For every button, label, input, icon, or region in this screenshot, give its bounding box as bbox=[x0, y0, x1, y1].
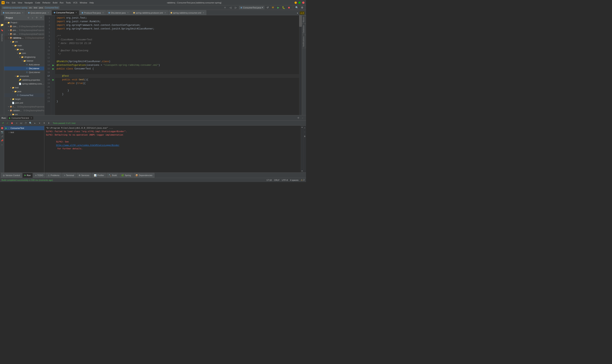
forward-button[interactable]: ▷ bbox=[234, 6, 238, 10]
menu-build[interactable]: Build bbox=[53, 1, 57, 4]
services-tab[interactable]: ⚙ Services bbox=[77, 173, 92, 178]
menu-help[interactable]: Help bbox=[90, 1, 94, 4]
menu-run[interactable]: Run bbox=[60, 1, 64, 4]
tab-ack-listener[interactable]: AckListener.java ✕ bbox=[1, 10, 26, 15]
collapse-btn[interactable]: ⬇ bbox=[47, 121, 51, 125]
menu-window[interactable]: Window bbox=[80, 1, 87, 4]
tab-close-icon6[interactable]: ✕ bbox=[164, 12, 166, 14]
menu-tools[interactable]: Tools bbox=[66, 1, 71, 4]
menu-navigate[interactable]: Navigate bbox=[25, 1, 33, 4]
bookmark-btn[interactable]: ⬤ bbox=[0, 126, 4, 130]
prev-fail-btn[interactable]: ▸ bbox=[33, 121, 37, 125]
run-tab-close[interactable]: ✕ bbox=[31, 117, 32, 119]
sort-time-btn[interactable]: ⏱ bbox=[24, 121, 28, 125]
line-endings[interactable]: CRLF bbox=[274, 179, 279, 181]
notifications-tab[interactable]: Notifications bbox=[302, 35, 306, 48]
sidebar-close-button[interactable]: ✕ bbox=[39, 16, 43, 20]
tree-rmq-producer[interactable]: 📦 rabbitmq-producer D:\DingJiaxiong\Idea… bbox=[4, 105, 44, 109]
dependencies-tab[interactable]: 📦 Dependencies bbox=[133, 173, 154, 178]
gutter-18[interactable]: ▶ bbox=[51, 78, 55, 81]
gutter-14[interactable]: ▶ bbox=[51, 63, 55, 67]
find-btn[interactable]: 🔍 bbox=[28, 121, 32, 125]
tree-java-test[interactable]: 📂 java bbox=[4, 90, 44, 93]
git-button[interactable]: ⚙ bbox=[223, 6, 227, 10]
test-item-test[interactable]: ○ test bbox=[4, 130, 44, 134]
tree-project-root[interactable]: 📁 Project ▾ bbox=[4, 21, 44, 25]
maximize-button[interactable]: □ bbox=[298, 1, 301, 4]
menu-edit[interactable]: Edit bbox=[12, 1, 15, 4]
tree-producer-springboot[interactable]: 📦 producer-springboot D:\DingJiaxiong\Id… bbox=[4, 28, 44, 32]
clear-btn[interactable]: 🗑 bbox=[303, 134, 306, 138]
pin-btn[interactable]: 📌 bbox=[0, 139, 4, 143]
tree-props[interactable]: 🔑 rabbitmq.properties bbox=[4, 78, 44, 82]
tree-consumer-springboot[interactable]: 📦 consumer-springboot D:\DingJiaxiong\Id… bbox=[4, 25, 44, 28]
menu-vcs[interactable]: VCS bbox=[73, 1, 78, 4]
database-tab[interactable]: Database bbox=[302, 24, 306, 35]
filter-btn[interactable]: ≡ bbox=[14, 121, 19, 125]
tab-consumer-test[interactable]: ConsumerTest.java ✕ bbox=[52, 10, 79, 15]
tree-resources[interactable]: 📂 resources bbox=[4, 74, 44, 78]
build-button[interactable]: ⚒ bbox=[271, 6, 275, 10]
tree-test[interactable]: 📂 test bbox=[4, 86, 44, 90]
profiler-tab[interactable]: 📊 Profiler bbox=[92, 173, 106, 178]
tab-qos-listener[interactable]: QosListener.java ✕ bbox=[26, 10, 51, 15]
close-button[interactable]: ✕ bbox=[302, 1, 305, 4]
tree-com[interactable]: 📂 com bbox=[4, 51, 44, 55]
sidebar-locate-button[interactable]: ⊙ bbox=[27, 16, 30, 20]
tree-target[interactable]: 📁 target bbox=[4, 97, 44, 101]
gutter-15[interactable]: ▶ bbox=[51, 67, 55, 71]
tree-src[interactable]: 📂 src bbox=[4, 40, 44, 44]
menu-file[interactable]: File bbox=[6, 1, 10, 4]
run-tab-item[interactable]: ▶ ConsumerTest.test ✕ bbox=[8, 116, 33, 120]
tab-close-icon5[interactable]: ✕ bbox=[127, 12, 129, 14]
back-button[interactable]: ◁ bbox=[228, 6, 233, 10]
run-config-button[interactable]: ▶ bbox=[276, 6, 280, 10]
align-left-btn[interactable]: ≡ bbox=[303, 126, 306, 130]
tree-ack-listener[interactable]: © AckListener bbox=[4, 63, 44, 66]
tab-close-icon7[interactable]: ✕ bbox=[203, 12, 204, 14]
structure-label[interactable]: Structure bbox=[0, 33, 4, 42]
tree-rmq-consumer-spring[interactable]: 📦 rabbitmq-consumer-spring D:\DingJiaxio… bbox=[4, 36, 44, 40]
tab-close-icon[interactable]: ✕ bbox=[22, 12, 24, 14]
tab-close-icon2[interactable]: ✕ bbox=[48, 12, 49, 14]
tree-rabbitmq-consumer[interactable]: 📦 rabbitmq-consumer D:\DingJiaxiong\Idea… bbox=[4, 32, 44, 36]
charset-status[interactable]: UTF-8 bbox=[282, 179, 288, 181]
settings-run-btn[interactable]: ⚙ bbox=[296, 116, 300, 120]
search-everywhere[interactable]: 🔍 bbox=[294, 6, 299, 10]
version-control-tab[interactable]: ◎ Version Control bbox=[1, 173, 22, 178]
tabs-more-button[interactable]: ▾ bbox=[295, 11, 300, 15]
maven-tab[interactable]: Maven bbox=[302, 15, 306, 24]
time-status[interactable]: 17:10 bbox=[266, 179, 272, 181]
stop-run-btn[interactable]: ⏹ bbox=[10, 121, 14, 125]
rerun-btn[interactable]: ↺ bbox=[1, 121, 5, 125]
tree-dingjiaxiong[interactable]: 📂 dingjiaxiong bbox=[4, 55, 44, 59]
warning-indicator[interactable]: ⚠ 2 bbox=[300, 12, 305, 14]
camera-btn[interactable]: 📷 bbox=[0, 130, 4, 134]
tab-close-icon3[interactable]: ✕ bbox=[76, 12, 77, 13]
tree-consumer-xml-file[interactable]: 📄 spring-rabbitmq-consumer.xml bbox=[4, 82, 44, 86]
tab-dlx-listener[interactable]: DlxListener.java ✕ bbox=[106, 10, 131, 15]
console-link[interactable]: http://www.slf4j.org/codes.html#StaticLo… bbox=[56, 144, 119, 146]
build-status[interactable]: Build completed successfully in 930 ms (… bbox=[1, 179, 53, 181]
sidebar-settings-button[interactable]: ⚙ bbox=[35, 16, 39, 20]
menu-code[interactable]: Code bbox=[35, 1, 40, 4]
tree-src-ps[interactable]: 📂 src bbox=[4, 112, 44, 115]
debug-button[interactable]: 🐛 bbox=[281, 6, 286, 10]
add-btn[interactable]: ＋ bbox=[0, 143, 4, 147]
sidebar-collapse-button[interactable]: ≡ bbox=[31, 16, 34, 20]
problems-tab[interactable]: ⚠ Problems bbox=[46, 173, 61, 178]
tree-java-main[interactable]: 📂 java bbox=[4, 47, 44, 51]
expand-btn[interactable]: ⬆ bbox=[42, 121, 46, 125]
next-fail-btn[interactable]: ▾ bbox=[38, 121, 42, 125]
settings-button[interactable]: ⚙ bbox=[300, 6, 305, 10]
minimize-button[interactable]: — bbox=[294, 1, 297, 4]
stop-button[interactable]: ⏹ bbox=[287, 6, 291, 10]
scroll-down-btn[interactable]: ▼ bbox=[301, 170, 303, 172]
tree-consumer-test-file[interactable]: © ConsumerTest bbox=[4, 93, 44, 97]
align-right-btn[interactable]: ⋮ bbox=[303, 130, 306, 134]
tab-producer-xml[interactable]: spring-rabbitmq-producer.xml ✕ bbox=[131, 10, 168, 15]
refresh-button[interactable]: ↺ bbox=[265, 6, 270, 10]
scrollbar-thumb[interactable] bbox=[299, 15, 302, 27]
scroll-up-btn[interactable]: ▲ bbox=[301, 126, 303, 128]
tree-listener[interactable]: 📂 listener bbox=[4, 59, 44, 63]
